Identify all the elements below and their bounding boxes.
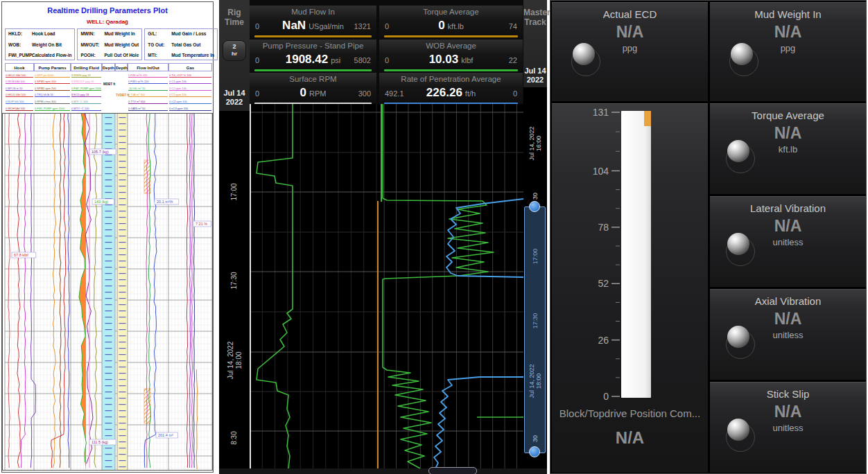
gauge-torque-average[interactable]: Torque Average00kft.lb74 (379, 6, 523, 38)
gauge-value: 0 (438, 19, 444, 32)
scale-row: 0 iC4 ppm 10k (168, 98, 212, 105)
gauge-min: 492.1 (385, 89, 414, 98)
svg-text:111.5 (kg): 111.5 (kg) (92, 440, 108, 444)
card-value: N/A (710, 403, 866, 421)
status-indicator-sphere (727, 419, 749, 441)
scale-row: 0 FWO m³/h 120 (128, 78, 168, 85)
horizontal-scrollbar-thumb[interactable] (428, 467, 477, 474)
gauge-value: 226.26 (426, 86, 462, 99)
track-header-depth: Depth (102, 63, 115, 71)
legend-row: G/L:Mud Gain / Loss (148, 31, 214, 36)
interval-unit: hr (223, 51, 245, 57)
svg-text:26: 26 (598, 335, 609, 346)
depth-md-note: MDBT ft (103, 82, 115, 86)
gauge-value-row: 0NaNUSgal/min1321 (250, 19, 376, 34)
svg-text:20.1 m³/h: 20.1 m³/h (157, 200, 173, 204)
gauge-title: Mud Flow In (250, 6, 376, 19)
gauge-unit: ft/h (465, 89, 476, 98)
gauge-value: N/A (552, 428, 708, 448)
svg-text:131: 131 (593, 107, 609, 118)
card-title: Axial Vibration (710, 295, 866, 307)
svg-text:143 (kg): 143 (kg) (94, 200, 108, 204)
scale-row: -10 G/L m³ 10 (128, 85, 168, 91)
scale-row: 0 C3 ppm 10k (168, 91, 212, 98)
scale-row: 0 TG_OUT % 100 (168, 71, 212, 78)
gauge-title: WOB Average (379, 40, 523, 53)
gauge-value-row: 00RPM300 (250, 86, 376, 101)
scale-row: 8 MWIN ppg 18 (71, 71, 102, 78)
legend-col-1: HKLD:Hook LoadWOB:Weight On BitFWI_PUMP:… (5, 28, 75, 60)
gauge-scale-bar (254, 35, 372, 37)
gauge-max: 0 (488, 89, 517, 98)
track-scale-rows: 0 FWI m³/h 1200 FWO m³/h 120-10 G/L m³ 1… (128, 71, 168, 113)
card-value: N/A (710, 310, 866, 328)
track-header-depth: Depth (115, 63, 128, 71)
gauge-rate-of-penetration-average[interactable]: Rate of Penetration Average492.1226.26ft… (379, 73, 523, 104)
scale-row: 0 C1 ppm 10k (168, 78, 212, 85)
gauge-min: 0 (255, 89, 284, 98)
interval-button[interactable]: 2 hr (223, 40, 246, 61)
gauge-unit: psi (331, 56, 340, 64)
legend-col-3: G/L:Mud Gain / LossTG Out:Total Gas OutM… (144, 28, 218, 60)
rig-time-track-panel: Rig Time 2 hr Jul 14 2022 17:0017:30Jul … (219, 0, 547, 474)
gauge-surface-rpm[interactable]: Surface RPM00RPM300 (250, 73, 376, 104)
card-value: N/A (710, 217, 866, 236)
card-stick-slip: Stick Slip N/A unitless (710, 382, 866, 473)
time-tick-label: 17:00 (230, 183, 238, 200)
gauge-max: 300 (342, 89, 371, 98)
legend-row: POOH:Pull Out Of Hole (80, 53, 139, 58)
scale-row: 0 TTV m³ 600 (128, 98, 168, 105)
status-indicator-sphere (727, 326, 749, 348)
selection-handle-bottom[interactable] (529, 446, 540, 457)
gauge-value: 10.03 (429, 53, 459, 66)
interval-value: 2 (223, 43, 245, 51)
time-track-chart (250, 104, 523, 468)
track-scale-rows (115, 71, 128, 113)
bottom-strip (219, 468, 547, 474)
track-header-drilling-fluid: Drilling Fluid (71, 63, 102, 71)
gauge-min: 0 (385, 22, 414, 30)
scale-row: 0 FWI_PUMP gpm 1500 (71, 85, 102, 91)
scale-row: 0 MTO °C 100 (71, 105, 102, 112)
scale-row: 0 WOH klbf 500 (5, 105, 34, 112)
scale-row: 0 HKLD klbf 500 (5, 91, 34, 98)
scale-row: 8 MWOUT ppg 18 (71, 78, 102, 85)
gauge-title: Pump Pressure - Stand Pipe (250, 40, 376, 53)
svg-text:105.7 (kg): 105.7 (kg) (92, 150, 109, 154)
well-log-chart: 105.7 (kg)143 (kg)67.8 klbf20.1 m³/h201.… (2, 113, 213, 471)
time-axis-column: Rig Time 2 hr Jul 14 2022 17:0017:30Jul … (219, 0, 250, 474)
gauge-value-row: 492.1226.26ft/h0 (379, 86, 523, 101)
scale-row: 8 ECD ppg 18 (71, 91, 102, 98)
scale-row: 0 BPOS m 50 (5, 85, 34, 91)
svg-text:78: 78 (598, 222, 609, 233)
gauge-mud-flow-in[interactable]: Mud Flow In0NaNUSgal/min1321 (250, 6, 376, 38)
card-lateral-vibration: Lateral Vibration N/A unitless (710, 196, 866, 287)
gauge-pump-pressure-stand-pipe[interactable]: Pump Pressure - Stand Pipe01908.42psi580… (250, 40, 376, 71)
scale-row: 0 SPM1 spm 200 (34, 78, 71, 85)
svg-text:201.4 m³: 201.4 m³ (158, 433, 173, 437)
card-torque-average: Torque Average N/A kft.lb (710, 103, 866, 194)
scale-row: 0 RPM c/min 300 (34, 98, 71, 105)
gauge-wob-average[interactable]: WOB Average010.03klbf22 (379, 40, 523, 71)
svg-text:104: 104 (593, 166, 609, 177)
gauge-value-row: 01908.42psi5802 (250, 53, 376, 68)
date-label-right: Jul 14 2022 (523, 67, 547, 84)
gauge-min: 0 (385, 56, 414, 64)
gauge-max: 74 (488, 22, 517, 30)
legend-row: MWOUT:Mud Weight Out (80, 42, 139, 47)
legend-row: MTI:Mud Temperature In (148, 53, 214, 58)
time-window-selection[interactable] (524, 207, 546, 453)
svg-text:0: 0 (603, 391, 609, 402)
track-scale-rows: 0 TG_OUT % 1000 C1 ppm 10k0 C2 ppm 10k0 … (168, 71, 212, 113)
gauge-unit: klbf (461, 56, 473, 64)
depth-tvd-note: TVDBT ft (116, 94, 129, 97)
status-cards-panel: Actual ECD N/A ppg Mud Weight In N/A ppg… (550, 0, 867, 474)
card-value: N/A (710, 124, 866, 143)
legend-row: WOB:Weight On Bit (8, 42, 71, 47)
gauge-unit: USgal/min (309, 22, 344, 30)
scale-row: 0 FWI m³/h 120 (128, 71, 168, 78)
track-scale-rows: 0 HKLD klbf 5000 WOB klbf 1000 BPOS m 50… (5, 71, 34, 113)
gauge-value: 0 (300, 86, 306, 99)
card-mud-weight-in: Mud Weight In N/A ppg (710, 2, 866, 101)
selection-handle-top[interactable] (529, 201, 540, 212)
